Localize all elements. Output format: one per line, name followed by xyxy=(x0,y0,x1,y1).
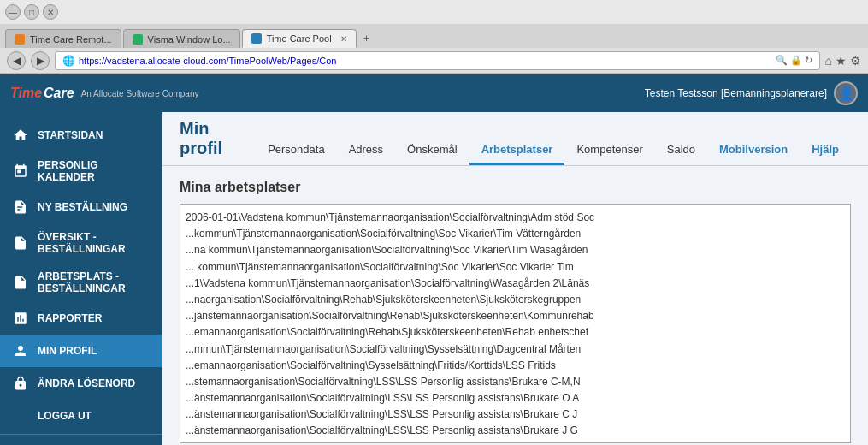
search-icon: 🔍 xyxy=(776,55,788,66)
address-favicon: 🌐 xyxy=(62,55,75,67)
close-btn[interactable]: ✕ xyxy=(43,4,58,20)
browser-titlebar: — □ ✕ xyxy=(0,0,868,24)
new-tab-btn[interactable]: + xyxy=(358,29,375,48)
sidebar: STARTSIDAN PERSONLIG KALENDER NY BESTÄLL… xyxy=(0,112,162,445)
address-box[interactable]: 🌐 https://vadstena.allocate-cloud.com/Ti… xyxy=(55,51,820,70)
maximize-btn[interactable]: □ xyxy=(24,4,39,20)
address-icons: 🔍 🔒 ↻ xyxy=(776,55,812,66)
logo-subtitle: An Allocate Software Company xyxy=(81,89,199,98)
tab-onskemal[interactable]: Önskemål xyxy=(395,138,469,165)
sidebar-item-logga-ut[interactable]: LOGGA UT xyxy=(0,400,162,432)
new-order-icon xyxy=(12,199,29,216)
sidebar-label-rapporter: RAPPORTER xyxy=(38,312,102,324)
sidebar-label-oversikt: ÖVERSIKT - BESTÄLLNINGAR xyxy=(38,231,151,255)
tab3-favicon xyxy=(251,33,262,44)
workplace-textarea[interactable] xyxy=(180,204,851,443)
app-header: Time Care An Allocate Software Company T… xyxy=(0,74,868,112)
browser-addressbar: ◀ ▶ 🌐 https://vadstena.allocate-cloud.co… xyxy=(0,48,868,74)
section-title: Mina arbetsplatser xyxy=(180,180,851,195)
tab-arbetsplatser[interactable]: Arbetsplatser xyxy=(469,138,565,165)
sidebar-item-min-profil[interactable]: MIN PROFIL xyxy=(0,335,162,367)
logo-timecare: Time Care xyxy=(10,86,74,101)
profile-icon xyxy=(12,342,29,359)
sidebar-label-arbetsplats: ARBETSPLATS - BESTÄLLNINGAR xyxy=(38,270,151,294)
profile-tabs: Min profil Persondata Adress Önskemål Ar… xyxy=(162,112,868,166)
sidebar-bottom: Bemanningsenheten Bemanningen xyxy=(0,442,162,445)
sidebar-label-kalender: PERSONLIG KALENDER xyxy=(38,159,151,183)
minimize-btn[interactable]: — xyxy=(5,4,21,20)
tab3-label: Time Care Pool xyxy=(267,33,332,44)
refresh-icon[interactable]: ↻ xyxy=(805,55,812,66)
tab1-favicon xyxy=(15,34,25,44)
address-text: https://vadstena.allocate-cloud.com/Time… xyxy=(79,56,772,66)
profile-title: Min profil xyxy=(180,119,235,165)
logo-care: Care xyxy=(44,86,74,101)
browser-right-icons: ⌂ ★ ⚙ xyxy=(825,54,861,68)
tab3-close-icon[interactable]: ✕ xyxy=(340,34,347,44)
tab-persondata[interactable]: Persondata xyxy=(256,138,337,165)
back-button[interactable]: ◀ xyxy=(7,51,26,70)
tab2-favicon xyxy=(133,34,143,44)
workplace-icon xyxy=(12,274,29,291)
overview-icon xyxy=(12,234,29,252)
browser-chrome: — □ ✕ Time Care Remot... Visma Window Lo… xyxy=(0,0,868,74)
tab2-label: Visma Window Lo... xyxy=(148,34,231,44)
tab-saldo[interactable]: Saldo xyxy=(655,138,707,165)
sidebar-item-ny-bestallning[interactable]: NY BESTÄLLNING xyxy=(0,191,162,223)
user-avatar[interactable]: 👤 xyxy=(834,81,858,105)
sidebar-label-min-profil: MIN PROFIL xyxy=(38,345,97,357)
sidebar-label-ny-bestallning: NY BESTÄLLNING xyxy=(38,201,127,213)
forward-button[interactable]: ▶ xyxy=(31,51,50,70)
browser-tab-3[interactable]: Time Care Pool ✕ xyxy=(242,29,357,48)
calendar-icon xyxy=(12,163,29,180)
user-name: Testen Testsson [Bemanningsplanerare] xyxy=(645,87,827,99)
bookmark-icon[interactable]: ★ xyxy=(836,54,847,68)
browser-tabs: Time Care Remot... Visma Window Lo... Ti… xyxy=(0,24,868,48)
logo-time: Time xyxy=(10,86,42,101)
main-layout: STARTSIDAN PERSONLIG KALENDER NY BESTÄLL… xyxy=(0,112,868,445)
sidebar-item-andra-losenord[interactable]: ÄNDRA LÖSENORD xyxy=(0,367,162,400)
sidebar-item-kalender[interactable]: PERSONLIG KALENDER xyxy=(0,151,162,191)
home-icon[interactable]: ⌂ xyxy=(825,54,832,68)
logo-area: Time Care An Allocate Software Company xyxy=(10,86,199,101)
sidebar-divider xyxy=(0,434,162,435)
logout-icon xyxy=(12,407,29,424)
sidebar-item-startsidan[interactable]: STARTSIDAN xyxy=(0,119,162,151)
tab1-label: Time Care Remot... xyxy=(30,34,112,44)
sidebar-label-logga-ut: LOGGA UT xyxy=(38,410,92,422)
lock-icon: 🔒 xyxy=(790,55,802,66)
browser-tab-2[interactable]: Visma Window Lo... xyxy=(123,29,240,48)
tab-hjalp[interactable]: Hjälp xyxy=(800,138,851,165)
tab-mobilversion[interactable]: Mobilversion xyxy=(707,138,800,165)
tab-kompetenser[interactable]: Kompetenser xyxy=(564,138,654,165)
home-icon xyxy=(12,127,29,144)
sidebar-item-rapporter[interactable]: RAPPORTER xyxy=(0,302,162,335)
app-wrapper: Time Care An Allocate Software Company T… xyxy=(0,74,868,445)
sidebar-item-arbetsplats[interactable]: ARBETSPLATS - BESTÄLLNINGAR xyxy=(0,263,162,302)
content-body: Mina arbetsplatser xyxy=(162,166,868,445)
sidebar-label-andra-losenord: ÄNDRA LÖSENORD xyxy=(38,377,135,389)
tab-adress[interactable]: Adress xyxy=(337,138,395,165)
sidebar-item-oversikt[interactable]: ÖVERSIKT - BESTÄLLNINGAR xyxy=(0,223,162,263)
header-user: Testen Testsson [Bemanningsplanerare] 👤 xyxy=(645,81,858,105)
settings-icon[interactable]: ⚙ xyxy=(850,54,861,68)
sidebar-label-startsidan: STARTSIDAN xyxy=(38,129,103,141)
content-area: Min profil Persondata Adress Önskemål Ar… xyxy=(162,112,868,445)
lock-icon xyxy=(12,375,29,392)
reports-icon xyxy=(12,310,29,327)
browser-tab-1[interactable]: Time Care Remot... xyxy=(5,29,121,48)
